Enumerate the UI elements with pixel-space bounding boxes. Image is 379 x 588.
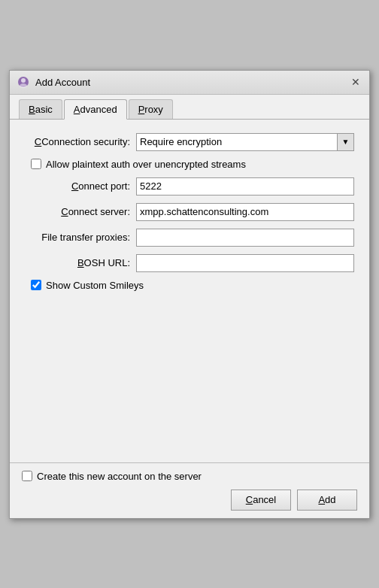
create-account-checkbox[interactable] [22,471,32,481]
window-title: Add Account [35,77,348,88]
file-transfer-proxies-input[interactable] [136,229,354,247]
create-account-row: Create this new account on the server [22,471,357,482]
show-custom-smileys-row: Show Custom Smileys [25,280,354,291]
svg-point-1 [21,78,26,83]
empty-area [25,299,354,449]
connect-port-input[interactable] [136,177,354,195]
file-transfer-proxies-row: File transfer proxies: [25,229,354,247]
tab-basic[interactable]: Basic [19,99,62,119]
connection-security-row: CConnection security: Require encryption… [25,133,354,151]
allow-plaintext-label: Allow plaintext auth over unencrypted st… [46,159,246,170]
svg-point-2 [20,83,27,88]
create-account-label: Create this new account on the server [37,471,202,482]
connect-server-row: Connect server: [25,203,354,221]
connect-port-label: Connect port: [25,180,130,192]
footer: Create this new account on the server Ca… [10,462,369,518]
bosh-url-row: BOSH URL: [25,254,354,272]
app-icon [16,74,31,89]
bosh-url-input[interactable] [136,254,354,272]
show-custom-smileys-label: Show Custom Smileys [46,280,144,291]
connection-security-label: CConnection security: [25,136,130,147]
add-button[interactable]: Add [297,489,357,511]
allow-plaintext-row: Allow plaintext auth over unencrypted st… [25,159,354,170]
bosh-url-label: BOSH URL: [25,257,130,268]
connect-server-input[interactable] [136,203,354,221]
connect-port-row: Connect port: [25,177,354,195]
close-button[interactable]: ✕ [348,74,363,89]
tab-proxy[interactable]: Proxy [129,99,173,119]
footer-buttons: Cancel Add [22,489,357,511]
tab-content: CConnection security: Require encryption… [10,120,369,462]
title-bar: Add Account ✕ [10,71,369,95]
file-transfer-proxies-label: File transfer proxies: [25,232,130,243]
connection-security-dropdown-btn[interactable]: ▼ [338,133,354,151]
allow-plaintext-checkbox[interactable] [31,159,41,169]
connection-security-dropdown-wrapper: Require encryption ▼ [136,133,354,151]
tab-advanced[interactable]: Advanced [64,99,127,120]
show-custom-smileys-checkbox[interactable] [31,280,41,290]
tab-bar: Basic Advanced Proxy [10,95,369,120]
cancel-button[interactable]: Cancel [231,489,291,511]
connection-security-select[interactable]: Require encryption [136,133,338,151]
connect-server-label: Connect server: [25,206,130,217]
add-account-window: Add Account ✕ Basic Advanced Proxy CConn… [9,70,370,519]
